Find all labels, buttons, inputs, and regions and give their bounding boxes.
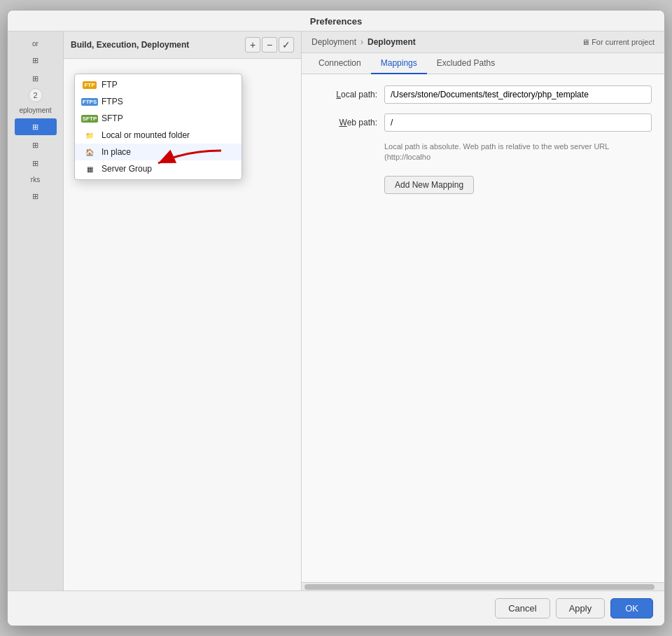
tab-mappings[interactable]: Mappings [371,53,427,74]
server-type-dropdown: FTP FTP FTPS FTPS SFTP SFTP 📁 Local or m… [74,74,242,180]
sidebar-icon-3[interactable]: ⊞ [15,118,57,135]
sidebar-deployment-label: eployment [15,104,55,117]
add-server-button[interactable]: + [245,37,260,53]
sidebar-badge: 2 [29,88,43,102]
sidebar-or-label: or [28,37,43,50]
left-header: Build, Execution, Deployment + − ✓ [64,32,301,59]
add-new-mapping-button[interactable]: Add New Mapping [384,176,474,194]
sidebar-rks-label: rks [27,173,44,186]
folder-icon: 📁 [83,130,96,140]
cancel-button[interactable]: Cancel [495,598,550,618]
sidebar-icon-2[interactable]: ⊞ [15,70,57,87]
breadcrumb-arrow: › [360,37,363,47]
local-path-row: LLocal path:ocal path: [314,85,652,104]
left-panel-title: Build, Execution, Deployment [71,40,245,50]
preferences-dialog: Preferences or ⊞ ⊞ 2 eployment ⊞ ⊞ ⊞ rks… [7,10,665,626]
dropdown-item-ftp[interactable]: FTP FTP [75,76,241,93]
sidebar-icon-5[interactable]: ⊞ [15,155,57,172]
local-label: Local or mounted folder [102,130,190,140]
project-label-icon: 🖥 [582,38,589,46]
dropdown-item-sftp[interactable]: SFTP SFTP [75,110,241,127]
title-text: Preferences [310,16,362,27]
ftps-label: FTPS [102,97,123,106]
web-path-row: Web path: [314,113,652,132]
hint-text: Local path is absolute. Web path is rela… [384,141,652,163]
dropdown-item-ftps[interactable]: FTPS FTPS [75,93,241,110]
sidebar-icon-1[interactable]: ⊞ [15,52,57,69]
tab-excluded-paths[interactable]: Excluded Paths [427,53,505,74]
local-path-label: LLocal path:ocal path: [314,90,377,99]
breadcrumb-parent: Deployment [312,37,356,47]
tabs-bar: Connection Mappings Excluded Paths [302,53,664,74]
check-button[interactable]: ✓ [279,37,294,53]
servergroup-label: Server Group [102,164,152,174]
breadcrumb-current: Deployment [368,37,416,47]
ok-button[interactable]: OK [610,598,653,618]
inplace-label: In place [102,147,131,157]
breadcrumb: Deployment › Deployment [312,37,416,47]
dialog-title: Preferences [8,11,664,32]
project-label-text: For current project [592,38,654,46]
sidebar-strip: or ⊞ ⊞ 2 eployment ⊞ ⊞ ⊞ rks ⊞ [8,32,64,590]
sidebar-icon-6[interactable]: ⊞ [15,188,57,205]
ftp-label: FTP [102,80,118,90]
toolbar-buttons: + − ✓ [245,37,294,53]
scrollbar-thumb[interactable] [304,584,654,590]
sftp-label: SFTP [102,113,123,123]
remove-server-button[interactable]: − [262,37,277,53]
add-mapping-label: Add New Mapping [395,180,463,190]
dropdown-item-inplace[interactable]: 🏠 In place [75,144,241,160]
project-label: 🖥 For current project [582,38,654,46]
dropdown-item-local[interactable]: 📁 Local or mounted folder [75,127,241,144]
ftp-icon: FTP [83,80,96,90]
house-icon: 🏠 [83,147,96,157]
ftps-icon: FTPS [83,97,96,106]
sftp-icon: SFTP [83,113,96,123]
right-header: Deployment › Deployment 🖥 For current pr… [302,32,664,53]
web-path-input[interactable] [384,113,652,132]
sidebar-icon-4[interactable]: ⊞ [15,137,57,153]
right-content: LLocal path:ocal path: Web path: Local p… [302,74,664,582]
dropdown-item-servergroup[interactable]: ▦ Server Group [75,160,241,177]
local-path-input[interactable] [384,85,652,104]
right-panel: Deployment › Deployment 🖥 For current pr… [302,32,664,590]
web-path-label: Web path: [314,118,377,127]
horizontal-scrollbar[interactable] [302,582,664,590]
dialog-footer: Cancel Apply OK [8,590,664,625]
apply-button[interactable]: Apply [556,598,606,618]
tab-connection[interactable]: Connection [309,53,371,74]
server-icon: ▦ [83,164,96,174]
